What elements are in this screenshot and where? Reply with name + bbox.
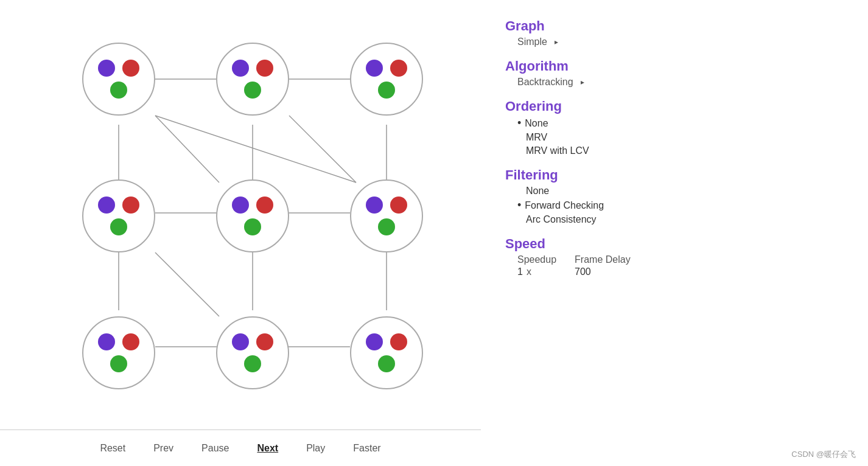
- graph-value: Simple: [517, 37, 547, 47]
- reset-button[interactable]: Reset: [95, 440, 130, 456]
- node-2-2: [350, 316, 423, 389]
- pause-button[interactable]: Pause: [197, 440, 234, 456]
- graph-row: Simple ▸: [505, 37, 844, 47]
- node-1-1: [216, 179, 289, 252]
- framedelay-col: Frame Delay 700: [575, 254, 631, 277]
- filtering-option-fc[interactable]: Forward Checking: [517, 199, 844, 212]
- dot-green: [378, 355, 395, 372]
- dot-red: [122, 333, 139, 350]
- framedelay-label: Frame Delay: [575, 254, 631, 265]
- dot-purple: [366, 196, 383, 214]
- svg-line-14: [155, 252, 219, 316]
- dot-purple: [366, 60, 383, 77]
- dot-green: [244, 82, 261, 99]
- speedup-value: 1: [517, 266, 523, 277]
- node-2-1: [216, 316, 289, 389]
- dot-green: [110, 82, 127, 99]
- node-0-0: [82, 43, 155, 116]
- node-2-0: [82, 316, 155, 389]
- algorithm-section: Algorithm Backtracking ▸: [505, 58, 844, 88]
- controls-bar: Reset Prev Pause Next Play Faster: [0, 429, 481, 466]
- node-1-2: [350, 179, 423, 252]
- speed-section: Speed Speedup 1 x Frame Delay 700: [505, 236, 844, 277]
- graph-section: Graph Simple ▸: [505, 18, 844, 47]
- ordering-title: Ordering: [505, 99, 844, 114]
- filtering-section: Filtering None Forward Checking Arc Cons…: [505, 167, 844, 225]
- graph-title: Graph: [505, 18, 844, 34]
- settings-panel: Graph Simple ▸ Algorithm Backtracking ▸ …: [481, 0, 868, 466]
- ordering-option-none[interactable]: None: [517, 117, 844, 130]
- algorithm-dropdown-arrow[interactable]: ▸: [581, 78, 584, 86]
- dot-purple: [232, 60, 249, 77]
- dot-red: [122, 196, 139, 214]
- node-0-1: [216, 43, 289, 116]
- svg-line-12: [155, 116, 219, 183]
- speedup-unit: x: [527, 266, 531, 277]
- dot-purple: [98, 196, 115, 214]
- dot-green: [378, 218, 395, 235]
- dot-purple: [232, 196, 249, 214]
- algorithm-title: Algorithm: [505, 58, 844, 74]
- graph-panel: Reset Prev Pause Next Play Faster: [0, 0, 481, 466]
- watermark: CSDN @暖仔会飞: [791, 449, 856, 460]
- graph-dropdown-arrow[interactable]: ▸: [555, 38, 558, 46]
- filtering-option-ac[interactable]: Arc Consistency: [517, 214, 844, 225]
- dot-green: [110, 218, 127, 235]
- dot-red: [122, 60, 139, 77]
- node-1-0: [82, 179, 155, 252]
- ordering-option-mrv-lcv[interactable]: MRV with LCV: [517, 145, 844, 156]
- dot-red: [390, 196, 407, 214]
- dot-purple: [98, 60, 115, 77]
- dot-purple: [98, 333, 115, 350]
- speedup-col: Speedup 1 x: [517, 254, 556, 277]
- speed-title: Speed: [505, 236, 844, 252]
- speedup-label: Speedup: [517, 254, 556, 265]
- algorithm-row: Backtracking ▸: [505, 77, 844, 88]
- dot-green: [378, 82, 395, 99]
- ordering-options: None MRV MRV with LCV: [505, 117, 844, 156]
- svg-line-15: [155, 116, 356, 183]
- play-button[interactable]: Play: [301, 440, 330, 456]
- ordering-section: Ordering None MRV MRV with LCV: [505, 99, 844, 156]
- dot-red: [390, 333, 407, 350]
- dot-red: [256, 60, 273, 77]
- ordering-option-mrv[interactable]: MRV: [517, 132, 844, 143]
- dot-purple: [366, 333, 383, 350]
- dot-red: [256, 333, 273, 350]
- node-0-2: [350, 43, 423, 116]
- dot-green: [244, 218, 261, 235]
- next-button[interactable]: Next: [252, 440, 283, 456]
- algorithm-value: Backtracking: [517, 77, 573, 88]
- framedelay-value: 700: [575, 266, 591, 277]
- filtering-options: None Forward Checking Arc Consistency: [505, 186, 844, 225]
- dot-green: [244, 355, 261, 372]
- graph-canvas: [46, 18, 435, 414]
- dot-purple: [232, 333, 249, 350]
- prev-button[interactable]: Prev: [149, 440, 178, 456]
- dot-red: [256, 196, 273, 214]
- faster-button[interactable]: Faster: [348, 440, 385, 456]
- dot-red: [390, 60, 407, 77]
- filtering-option-none[interactable]: None: [517, 186, 844, 196]
- svg-line-13: [289, 116, 356, 183]
- filtering-title: Filtering: [505, 167, 844, 183]
- speed-row: Speedup 1 x Frame Delay 700: [505, 254, 844, 277]
- dot-green: [110, 355, 127, 372]
